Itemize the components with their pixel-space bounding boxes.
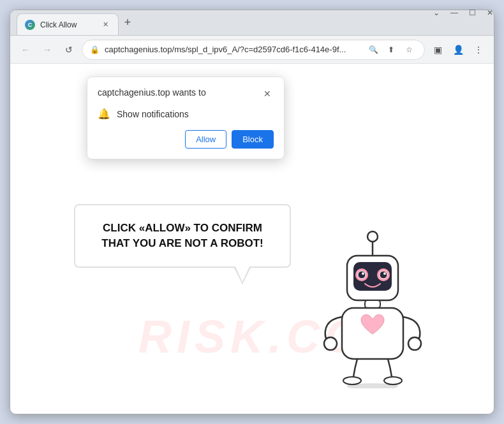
- svg-point-0: [367, 231, 378, 242]
- svg-point-7: [380, 271, 387, 279]
- maximize-button[interactable]: ☐: [464, 10, 480, 20]
- address-actions: 🔍 ⬆ ☆: [366, 42, 417, 57]
- close-button[interactable]: ✕: [482, 10, 494, 20]
- svg-point-13: [408, 337, 421, 350]
- notification-label: Show notifications: [117, 109, 189, 119]
- popup-buttons: Allow Block: [98, 130, 274, 149]
- address-bar[interactable]: 🔒 captchagenius.top/ms/spl_d_ipv6_A/?c=d…: [82, 40, 425, 60]
- svg-point-12: [324, 337, 337, 350]
- menu-button[interactable]: ⋮: [470, 41, 487, 59]
- window-controls: ⌄ — ☐ ✕: [429, 10, 494, 26]
- tab-favicon: C: [25, 20, 35, 30]
- minimize-button[interactable]: —: [447, 10, 462, 20]
- popup-close-button[interactable]: ✕: [261, 87, 274, 100]
- profile-button[interactable]: 👤: [449, 41, 467, 59]
- share-icon[interactable]: ⬆: [383, 42, 399, 57]
- svg-point-15: [384, 377, 402, 384]
- captcha-text: CLICK «ALLOW» TO CONFIRM THAT YOU ARE NO…: [93, 221, 272, 251]
- tab-close-button[interactable]: ✕: [100, 20, 110, 30]
- svg-rect-10: [365, 300, 380, 308]
- notification-popup: captchagenius.top wants to ✕ 🔔 Show noti…: [87, 77, 285, 159]
- reading-mode-button[interactable]: ▣: [429, 41, 447, 59]
- title-bar: C Click Allow ✕ + ⌄ — ☐ ✕: [10, 10, 494, 36]
- allow-button[interactable]: Allow: [185, 130, 226, 149]
- tab-title: Click Allow: [40, 20, 95, 29]
- bell-icon: 🔔: [98, 108, 110, 120]
- popup-header: captchagenius.top wants to ✕: [98, 87, 274, 100]
- svg-point-8: [362, 272, 364, 275]
- chevron-button[interactable]: ⌄: [429, 10, 444, 20]
- svg-point-9: [383, 272, 386, 275]
- search-icon[interactable]: 🔍: [366, 42, 381, 57]
- page-content: RISK.CO captchagenius.top wants to ✕ 🔔 S…: [10, 64, 494, 414]
- new-tab-button[interactable]: +: [119, 14, 137, 32]
- svg-point-14: [343, 377, 361, 384]
- tab-bar: C Click Allow ✕ +: [17, 10, 137, 35]
- browser-window: C Click Allow ✕ + ⌄ — ☐ ✕ ← → ↺ 🔒 captch…: [10, 10, 494, 414]
- lock-icon: 🔒: [90, 45, 100, 54]
- forward-button[interactable]: →: [38, 41, 56, 59]
- robot-illustration: [309, 223, 436, 388]
- nav-extras: ▣ 👤 ⋮: [429, 41, 487, 59]
- active-tab[interactable]: C Click Allow ✕: [17, 13, 119, 35]
- captcha-message-bubble: CLICK «ALLOW» TO CONFIRM THAT YOU ARE NO…: [74, 204, 291, 268]
- popup-title: captchagenius.top wants to: [98, 87, 206, 98]
- bookmark-icon[interactable]: ☆: [401, 42, 417, 57]
- back-button[interactable]: ←: [17, 41, 34, 59]
- block-button[interactable]: Block: [232, 130, 274, 149]
- reload-button[interactable]: ↺: [60, 41, 78, 59]
- svg-point-6: [358, 271, 366, 279]
- nav-bar: ← → ↺ 🔒 captchagenius.top/ms/spl_d_ipv6_…: [10, 36, 494, 64]
- popup-notification-row: 🔔 Show notifications: [98, 108, 274, 120]
- address-text: captchagenius.top/ms/spl_d_ipv6_A/?c=d25…: [105, 45, 360, 54]
